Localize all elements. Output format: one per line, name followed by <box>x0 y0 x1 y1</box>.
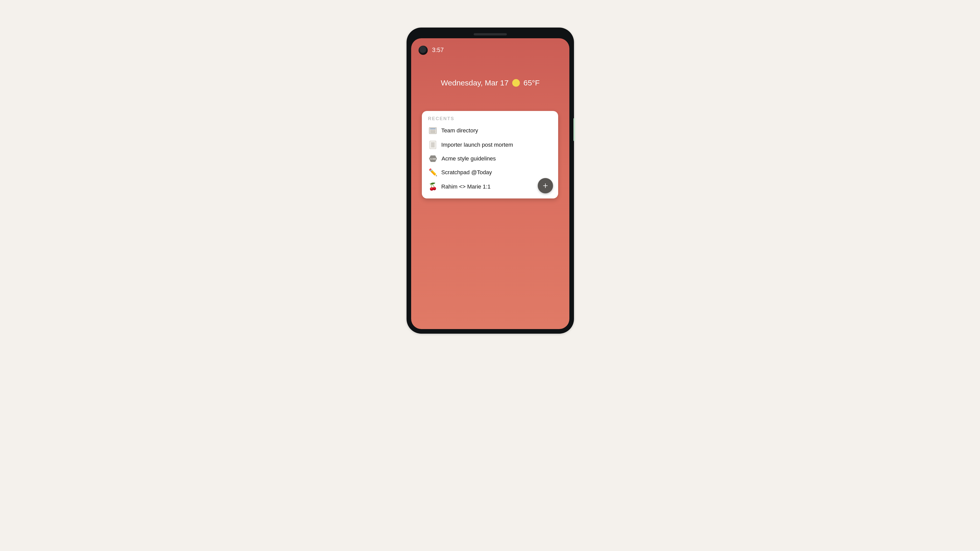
date-label: Wednesday, Mar 17 <box>441 79 509 87</box>
list-item-label: Acme style guidelines <box>442 156 496 162</box>
list-item-label: Team directory <box>441 127 478 134</box>
recents-widget: RECENTS Team directory Importer launch p… <box>422 111 558 198</box>
cherries-icon: 🍒 <box>428 183 437 191</box>
list-item[interactable]: ✏️ Scratchpad @Today <box>428 166 552 179</box>
add-button[interactable] <box>538 178 553 193</box>
front-camera <box>418 46 428 55</box>
status-time: 3:57 <box>432 47 444 54</box>
svg-text:ACME: ACME <box>430 158 436 160</box>
power-button[interactable] <box>573 118 575 141</box>
acme-badge-icon: ACME <box>428 155 438 162</box>
temperature-label: 65°F <box>523 79 540 87</box>
card-index-icon <box>428 126 437 135</box>
home-screen: 3:57 Wednesday, Mar 17 65°F RECENTS Team… <box>411 38 570 329</box>
pencil-icon: ✏️ <box>428 168 437 177</box>
widget-title: RECENTS <box>428 116 552 121</box>
phone-frame: 3:57 Wednesday, Mar 17 65°F RECENTS Team… <box>407 27 574 333</box>
sunny-icon <box>512 79 520 87</box>
list-item[interactable]: Importer launch post mortem <box>428 139 552 151</box>
at-a-glance[interactable]: Wednesday, Mar 17 65°F <box>411 79 570 87</box>
page-icon <box>428 141 437 149</box>
list-item-label: Importer launch post mortem <box>441 141 513 148</box>
list-item[interactable]: ACME Acme style guidelines <box>428 153 552 164</box>
list-item-label: Rahim <> Marie 1:1 <box>441 183 490 190</box>
list-item-label: Scratchpad @Today <box>441 169 492 176</box>
speaker-grill <box>474 33 507 35</box>
plus-icon <box>542 183 549 189</box>
recents-list: Team directory Importer launch post mort… <box>428 124 552 193</box>
stage: 3:57 Wednesday, Mar 17 65°F RECENTS Team… <box>304 0 676 208</box>
list-item[interactable]: 🍒 Rahim <> Marie 1:1 <box>428 181 552 193</box>
list-item[interactable]: Team directory <box>428 124 552 137</box>
